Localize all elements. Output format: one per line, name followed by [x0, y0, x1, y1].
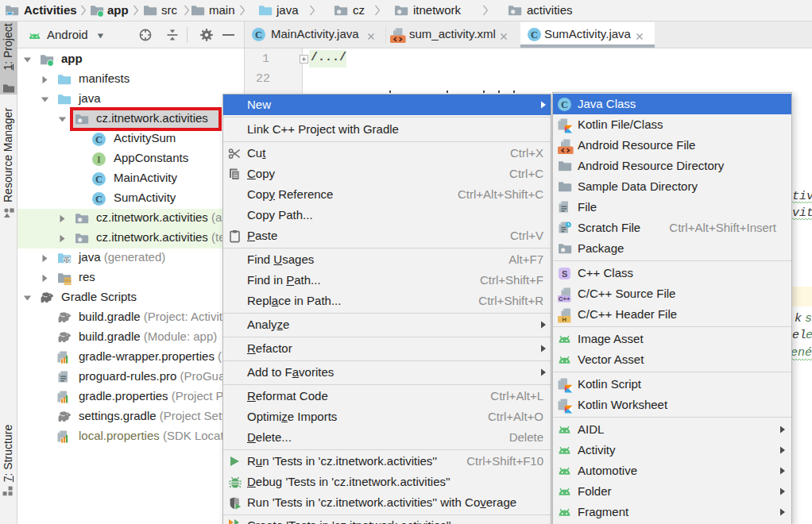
svg-text:C: C — [255, 29, 262, 40]
svg-text:S: S — [562, 269, 567, 279]
svg-text:C: C — [95, 194, 102, 205]
svg-text:I: I — [97, 154, 101, 165]
svg-text:C: C — [561, 99, 568, 110]
svg-text:C: C — [95, 174, 102, 185]
svg-text:C: C — [95, 134, 102, 145]
svg-text:H: H — [562, 316, 566, 323]
svg-text:C++: C++ — [559, 295, 570, 302]
svg-text:C: C — [531, 29, 538, 40]
